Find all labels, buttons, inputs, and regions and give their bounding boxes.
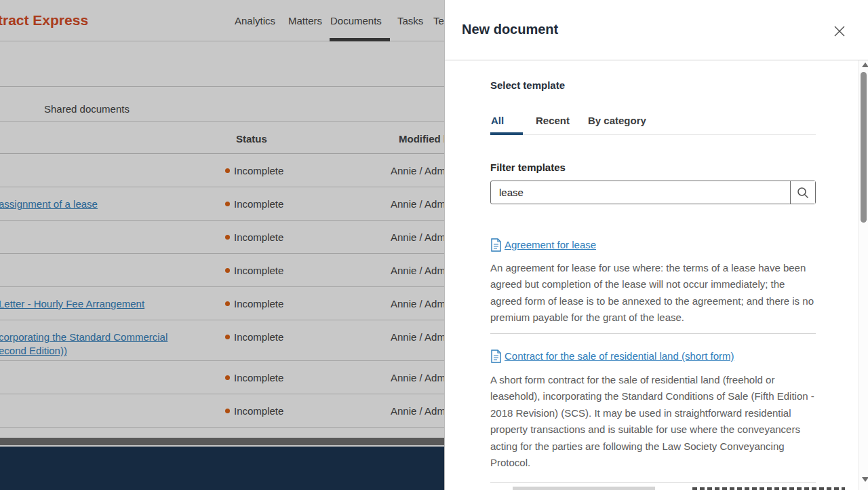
list-divider bbox=[490, 333, 816, 334]
document-file-icon bbox=[490, 238, 502, 252]
template-link-contract-residential-land[interactable]: Contract for the sale of residential lan… bbox=[505, 350, 734, 362]
clipped-bottom-content bbox=[513, 487, 655, 490]
panel-header-divider bbox=[445, 60, 868, 60]
document-file-icon bbox=[490, 350, 502, 363]
filter-input-group bbox=[490, 181, 816, 204]
vertical-scrollbar-thumb[interactable] bbox=[861, 72, 867, 223]
select-template-heading: Select template bbox=[490, 79, 565, 91]
panel-title: New document bbox=[462, 22, 558, 37]
modal-overlay[interactable] bbox=[0, 0, 445, 490]
tab-active-indicator bbox=[490, 132, 523, 135]
scroll-up-arrow-icon[interactable] bbox=[862, 62, 868, 67]
search-button[interactable] bbox=[790, 181, 815, 204]
tabs-baseline bbox=[490, 134, 816, 135]
template-description: A short form contract for the sale of re… bbox=[490, 372, 816, 471]
scroll-down-arrow-icon[interactable] bbox=[862, 477, 868, 482]
tab-recent[interactable]: Recent bbox=[536, 115, 570, 126]
filter-templates-input[interactable] bbox=[491, 181, 790, 204]
clipped-bottom-text bbox=[692, 487, 845, 490]
close-icon[interactable] bbox=[832, 24, 847, 39]
search-icon bbox=[797, 187, 809, 199]
list-divider bbox=[490, 482, 816, 483]
tab-all[interactable]: All bbox=[491, 115, 504, 126]
tab-by-category[interactable]: By category bbox=[588, 115, 646, 126]
template-description: An agreement for lease for use where: th… bbox=[490, 260, 816, 326]
filter-templates-label: Filter templates bbox=[490, 162, 566, 173]
new-document-panel: New document Select template All Recent … bbox=[444, 0, 868, 490]
template-link-agreement-for-lease[interactable]: Agreement for lease bbox=[505, 239, 596, 250]
